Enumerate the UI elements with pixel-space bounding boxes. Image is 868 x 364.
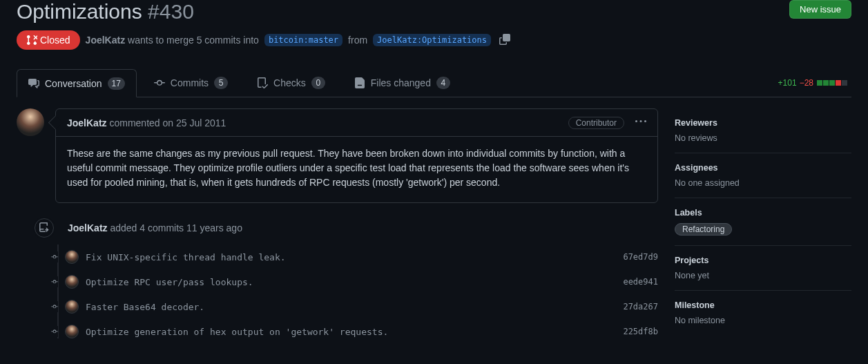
- sidebar-labels[interactable]: Labels Refactoring: [675, 198, 851, 246]
- commit-sha[interactable]: 27da267: [623, 302, 658, 312]
- tab-conversation[interactable]: Conversation 17: [17, 69, 137, 97]
- copy-icon: [499, 34, 510, 45]
- comment-discussion-icon: [28, 78, 39, 89]
- comment-body: These are the same changes as my previou…: [56, 137, 657, 202]
- event-time[interactable]: 11 years ago: [186, 222, 242, 233]
- commit-dot: [51, 278, 58, 285]
- checklist-icon: [257, 77, 268, 88]
- commit-sha[interactable]: 225df8b: [623, 327, 658, 336]
- comment-menu-button[interactable]: [635, 116, 646, 129]
- sidebar-milestone-value: No milestone: [675, 316, 851, 325]
- timeline-event-icon: [33, 217, 55, 239]
- role-badge: Contributor: [568, 117, 624, 129]
- tab-conversation-count: 17: [108, 77, 125, 90]
- status-text: Closed: [40, 35, 70, 46]
- git-commit-icon: [51, 326, 58, 337]
- sidebar-labels-title: Labels: [675, 208, 851, 218]
- tab-files-label: Files changed: [371, 77, 431, 88]
- sidebar-assignees-value: No one assigned: [675, 178, 851, 188]
- commit-message[interactable]: Faster Base64 decoder.: [86, 302, 616, 312]
- tab-commits-label: Commits: [171, 77, 209, 88]
- commit-sha[interactable]: 67ed7d9: [623, 252, 658, 262]
- base-branch[interactable]: bitcoin:master: [264, 34, 343, 46]
- diff-block: [836, 80, 841, 86]
- status-badge: Closed: [17, 30, 80, 50]
- tab-commits[interactable]: Commits 5: [142, 69, 240, 97]
- new-issue-button[interactable]: New issue: [789, 0, 851, 19]
- diff-block: [842, 80, 847, 86]
- avatar[interactable]: [65, 325, 79, 338]
- commit-message[interactable]: Fix UNIX-specific thread handle leak.: [86, 252, 616, 262]
- tab-files[interactable]: Files changed 4: [343, 69, 462, 97]
- tab-files-count: 4: [436, 77, 450, 89]
- tab-commits-count: 5: [214, 77, 228, 89]
- diff-additions: +101: [778, 78, 797, 88]
- commit-message[interactable]: Optimize RPC user/pass lookups.: [86, 277, 616, 287]
- git-commit-icon: [154, 77, 165, 88]
- diff-deletions: −28: [800, 78, 813, 88]
- commit-row: Faster Base64 decoder.27da267: [88, 300, 658, 314]
- comment-action: commented: [109, 117, 160, 128]
- merge-summary: JoelKatz wants to merge 5 commits into: [86, 35, 259, 46]
- event-text: added 4 commits: [110, 222, 184, 233]
- sidebar-projects-value: None yet: [675, 271, 851, 280]
- commit-dot: [51, 253, 58, 260]
- comment-date[interactable]: on 25 Jul 2011: [163, 117, 226, 128]
- copy-branch-button[interactable]: [496, 31, 513, 50]
- avatar[interactable]: [17, 108, 44, 136]
- sidebar-reviewers[interactable]: Reviewers No reviews: [675, 108, 851, 153]
- tab-checks-count: 0: [311, 77, 325, 89]
- commit-sha[interactable]: eede941: [623, 277, 658, 287]
- pr-number: #430: [148, 0, 194, 23]
- pr-author[interactable]: JoelKatz: [86, 35, 126, 46]
- git-commit-icon: [51, 276, 58, 287]
- sidebar-reviewers-value: No reviews: [675, 133, 851, 143]
- diffstat: +101 −28: [778, 78, 851, 88]
- git-commit-icon: [51, 251, 58, 262]
- head-branch[interactable]: JoelKatz:Optimizations: [373, 34, 491, 46]
- commit-dot: [51, 328, 58, 335]
- commit-row: Optimize RPC user/pass lookups.eede941: [88, 275, 658, 289]
- sidebar-milestone[interactable]: Milestone No milestone: [675, 291, 851, 335]
- commit-dot: [51, 303, 58, 310]
- sidebar-milestone-title: Milestone: [675, 300, 851, 310]
- pr-title: Optimizations #430: [17, 0, 194, 23]
- repo-push-icon: [39, 222, 50, 233]
- pr-title-text: Optimizations: [17, 0, 142, 23]
- avatar[interactable]: [65, 300, 79, 314]
- git-pull-request-closed-icon: [26, 35, 37, 46]
- event-author[interactable]: JoelKatz: [68, 222, 108, 233]
- label-pill[interactable]: Refactoring: [675, 223, 732, 236]
- sidebar-projects-title: Projects: [675, 256, 851, 265]
- tab-checks-label: Checks: [273, 77, 306, 88]
- diff-block: [829, 80, 835, 86]
- comment-author[interactable]: JoelKatz: [67, 117, 107, 128]
- avatar[interactable]: [65, 250, 79, 264]
- commit-row: Optimize generation of hex output on 'ge…: [88, 325, 658, 338]
- avatar[interactable]: [65, 275, 79, 289]
- file-diff-icon: [354, 77, 365, 88]
- commit-message[interactable]: Optimize generation of hex output on 'ge…: [86, 327, 616, 337]
- sidebar-projects[interactable]: Projects None yet: [675, 246, 851, 291]
- diff-block: [823, 80, 829, 86]
- sidebar-assignees[interactable]: Assignees No one assigned: [675, 153, 851, 198]
- from-text: from: [348, 35, 367, 46]
- commit-row: Fix UNIX-specific thread handle leak.67e…: [88, 250, 658, 264]
- comment: JoelKatz commented on 25 Jul 2011 Contri…: [55, 108, 658, 203]
- sidebar-reviewers-title: Reviewers: [675, 118, 851, 128]
- git-commit-icon: [51, 301, 58, 312]
- diff-block: [817, 80, 822, 86]
- tab-checks[interactable]: Checks 0: [245, 69, 337, 97]
- sidebar-assignees-title: Assignees: [675, 163, 851, 173]
- kebab-icon: [635, 116, 646, 127]
- tab-conversation-label: Conversation: [45, 78, 102, 89]
